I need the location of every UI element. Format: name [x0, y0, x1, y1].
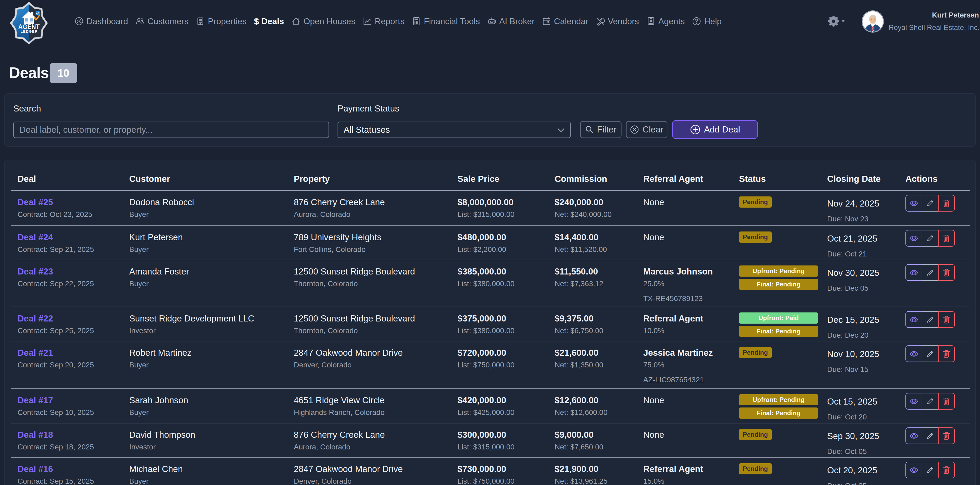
svg-text:LEDGER: LEDGER	[21, 29, 38, 34]
